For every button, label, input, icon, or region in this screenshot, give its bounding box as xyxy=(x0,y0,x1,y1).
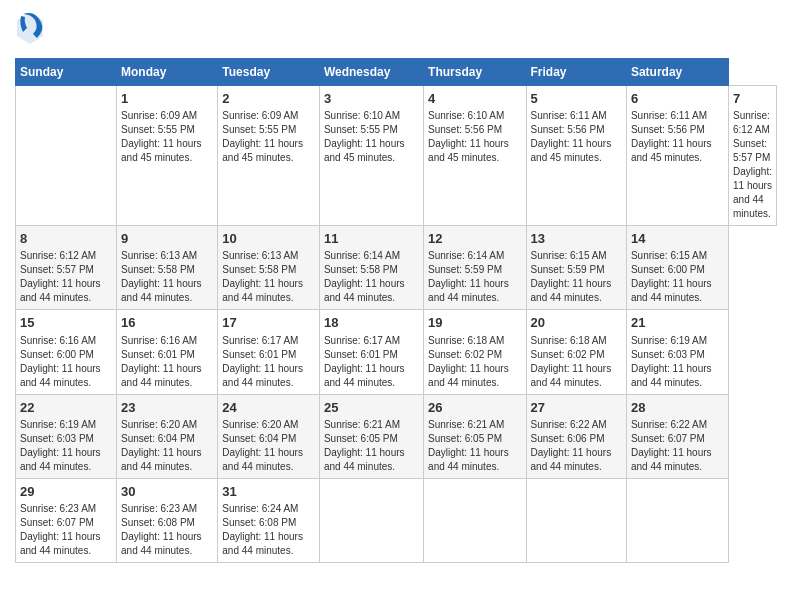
sunrise-text: Sunrise: 6:10 AM xyxy=(324,110,400,121)
calendar-cell: 1Sunrise: 6:09 AMSunset: 5:55 PMDaylight… xyxy=(117,86,218,226)
daylight-text: Daylight: 11 hours and 45 minutes. xyxy=(428,138,509,163)
calendar-cell: 3Sunrise: 6:10 AMSunset: 5:55 PMDaylight… xyxy=(319,86,423,226)
daylight-text: Daylight: 11 hours and 44 minutes. xyxy=(531,363,612,388)
daylight-text: Daylight: 11 hours and 44 minutes. xyxy=(428,278,509,303)
sunrise-text: Sunrise: 6:22 AM xyxy=(531,419,607,430)
sunset-text: Sunset: 6:07 PM xyxy=(20,517,94,528)
day-number: 13 xyxy=(531,230,622,248)
calendar-week-row: 8Sunrise: 6:12 AMSunset: 5:57 PMDaylight… xyxy=(16,226,777,310)
sunrise-text: Sunrise: 6:17 AM xyxy=(222,335,298,346)
calendar-cell: 7Sunrise: 6:12 AMSunset: 5:57 PMDaylight… xyxy=(729,86,777,226)
sunrise-text: Sunrise: 6:11 AM xyxy=(531,110,607,121)
daylight-text: Daylight: 11 hours and 44 minutes. xyxy=(733,166,772,219)
day-number: 1 xyxy=(121,90,213,108)
calendar-cell: 5Sunrise: 6:11 AMSunset: 5:56 PMDaylight… xyxy=(526,86,626,226)
daylight-text: Daylight: 11 hours and 44 minutes. xyxy=(428,447,509,472)
day-number: 31 xyxy=(222,483,315,501)
logo xyxy=(15,10,49,50)
calendar-cell: 31Sunrise: 6:24 AMSunset: 6:08 PMDayligh… xyxy=(218,478,320,562)
calendar-cell: 6Sunrise: 6:11 AMSunset: 5:56 PMDaylight… xyxy=(626,86,728,226)
day-number: 21 xyxy=(631,314,724,332)
daylight-text: Daylight: 11 hours and 44 minutes. xyxy=(20,531,101,556)
sunset-text: Sunset: 5:58 PM xyxy=(121,264,195,275)
logo-icon xyxy=(15,10,45,50)
sunrise-text: Sunrise: 6:15 AM xyxy=(631,250,707,261)
day-number: 7 xyxy=(733,90,772,108)
sunset-text: Sunset: 5:59 PM xyxy=(531,264,605,275)
day-header-wednesday: Wednesday xyxy=(319,59,423,86)
calendar-cell: 18Sunrise: 6:17 AMSunset: 6:01 PMDayligh… xyxy=(319,310,423,394)
daylight-text: Daylight: 11 hours and 44 minutes. xyxy=(324,447,405,472)
calendar-header-row: SundayMondayTuesdayWednesdayThursdayFrid… xyxy=(16,59,777,86)
sunset-text: Sunset: 6:01 PM xyxy=(222,349,296,360)
calendar-cell: 25Sunrise: 6:21 AMSunset: 6:05 PMDayligh… xyxy=(319,394,423,478)
day-header-sunday: Sunday xyxy=(16,59,117,86)
sunrise-text: Sunrise: 6:19 AM xyxy=(20,419,96,430)
sunrise-text: Sunrise: 6:18 AM xyxy=(531,335,607,346)
day-number: 25 xyxy=(324,399,419,417)
sunset-text: Sunset: 6:00 PM xyxy=(631,264,705,275)
page-header xyxy=(15,10,777,50)
sunset-text: Sunset: 5:56 PM xyxy=(531,124,605,135)
daylight-text: Daylight: 11 hours and 44 minutes. xyxy=(631,278,712,303)
daylight-text: Daylight: 11 hours and 44 minutes. xyxy=(121,531,202,556)
day-number: 23 xyxy=(121,399,213,417)
day-header-monday: Monday xyxy=(117,59,218,86)
daylight-text: Daylight: 11 hours and 44 minutes. xyxy=(20,278,101,303)
sunrise-text: Sunrise: 6:20 AM xyxy=(222,419,298,430)
daylight-text: Daylight: 11 hours and 44 minutes. xyxy=(121,363,202,388)
day-number: 10 xyxy=(222,230,315,248)
sunset-text: Sunset: 6:08 PM xyxy=(121,517,195,528)
day-number: 19 xyxy=(428,314,521,332)
day-number: 5 xyxy=(531,90,622,108)
sunrise-text: Sunrise: 6:12 AM xyxy=(20,250,96,261)
daylight-text: Daylight: 11 hours and 45 minutes. xyxy=(222,138,303,163)
day-number: 17 xyxy=(222,314,315,332)
sunset-text: Sunset: 6:03 PM xyxy=(20,433,94,444)
sunrise-text: Sunrise: 6:18 AM xyxy=(428,335,504,346)
daylight-text: Daylight: 11 hours and 44 minutes. xyxy=(428,363,509,388)
day-number: 12 xyxy=(428,230,521,248)
calendar-cell: 30Sunrise: 6:23 AMSunset: 6:08 PMDayligh… xyxy=(117,478,218,562)
calendar-cell: 4Sunrise: 6:10 AMSunset: 5:56 PMDaylight… xyxy=(424,86,526,226)
sunset-text: Sunset: 5:55 PM xyxy=(121,124,195,135)
sunset-text: Sunset: 5:58 PM xyxy=(324,264,398,275)
calendar-cell: 28Sunrise: 6:22 AMSunset: 6:07 PMDayligh… xyxy=(626,394,728,478)
calendar-cell: 11Sunrise: 6:14 AMSunset: 5:58 PMDayligh… xyxy=(319,226,423,310)
calendar-cell: 20Sunrise: 6:18 AMSunset: 6:02 PMDayligh… xyxy=(526,310,626,394)
sunrise-text: Sunrise: 6:21 AM xyxy=(428,419,504,430)
day-number: 3 xyxy=(324,90,419,108)
sunset-text: Sunset: 6:00 PM xyxy=(20,349,94,360)
sunrise-text: Sunrise: 6:16 AM xyxy=(20,335,96,346)
daylight-text: Daylight: 11 hours and 44 minutes. xyxy=(121,447,202,472)
sunset-text: Sunset: 6:06 PM xyxy=(531,433,605,444)
sunrise-text: Sunrise: 6:24 AM xyxy=(222,503,298,514)
calendar-cell: 27Sunrise: 6:22 AMSunset: 6:06 PMDayligh… xyxy=(526,394,626,478)
daylight-text: Daylight: 11 hours and 44 minutes. xyxy=(20,363,101,388)
sunset-text: Sunset: 6:02 PM xyxy=(531,349,605,360)
day-number: 9 xyxy=(121,230,213,248)
calendar-cell: 29Sunrise: 6:23 AMSunset: 6:07 PMDayligh… xyxy=(16,478,117,562)
day-number: 29 xyxy=(20,483,112,501)
calendar-table: SundayMondayTuesdayWednesdayThursdayFrid… xyxy=(15,58,777,563)
daylight-text: Daylight: 11 hours and 44 minutes. xyxy=(222,531,303,556)
sunrise-text: Sunrise: 6:23 AM xyxy=(20,503,96,514)
sunset-text: Sunset: 5:57 PM xyxy=(20,264,94,275)
daylight-text: Daylight: 11 hours and 44 minutes. xyxy=(20,447,101,472)
sunrise-text: Sunrise: 6:13 AM xyxy=(222,250,298,261)
calendar-cell: 24Sunrise: 6:20 AMSunset: 6:04 PMDayligh… xyxy=(218,394,320,478)
calendar-cell: 13Sunrise: 6:15 AMSunset: 5:59 PMDayligh… xyxy=(526,226,626,310)
sunrise-text: Sunrise: 6:09 AM xyxy=(121,110,197,121)
day-number: 8 xyxy=(20,230,112,248)
calendar-week-row: 15Sunrise: 6:16 AMSunset: 6:00 PMDayligh… xyxy=(16,310,777,394)
sunset-text: Sunset: 5:56 PM xyxy=(631,124,705,135)
calendar-cell: 2Sunrise: 6:09 AMSunset: 5:55 PMDaylight… xyxy=(218,86,320,226)
sunrise-text: Sunrise: 6:17 AM xyxy=(324,335,400,346)
calendar-cell: 15Sunrise: 6:16 AMSunset: 6:00 PMDayligh… xyxy=(16,310,117,394)
daylight-text: Daylight: 11 hours and 44 minutes. xyxy=(531,278,612,303)
calendar-cell: 14Sunrise: 6:15 AMSunset: 6:00 PMDayligh… xyxy=(626,226,728,310)
sunset-text: Sunset: 6:05 PM xyxy=(324,433,398,444)
sunset-text: Sunset: 6:01 PM xyxy=(121,349,195,360)
calendar-cell: 21Sunrise: 6:19 AMSunset: 6:03 PMDayligh… xyxy=(626,310,728,394)
daylight-text: Daylight: 11 hours and 45 minutes. xyxy=(121,138,202,163)
